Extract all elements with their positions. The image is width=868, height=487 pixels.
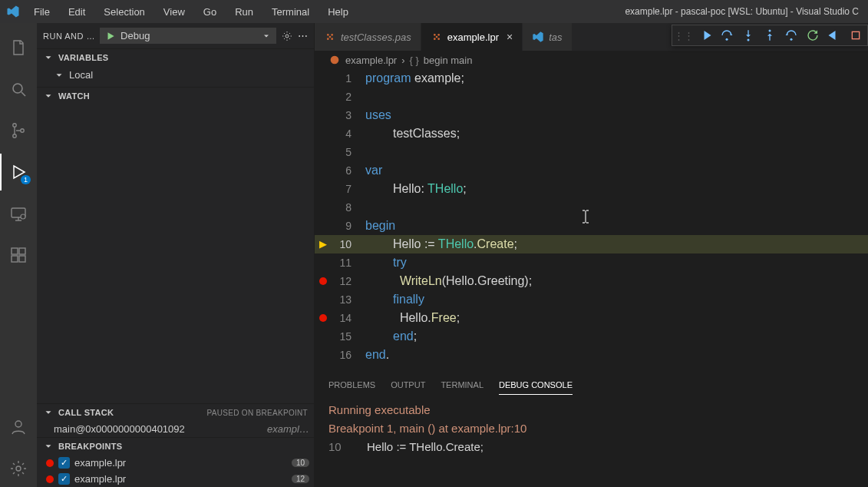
- editor-tab[interactable]: example.lpr×: [421, 23, 523, 51]
- stop-icon[interactable]: [849, 28, 863, 42]
- editor-tab[interactable]: testClasses.pas: [315, 23, 421, 51]
- source-control-icon[interactable]: [0, 112, 37, 149]
- panel-tab[interactable]: TERMINAL: [441, 380, 484, 395]
- debug-console-body[interactable]: Running executableBreakpoint 1, main () …: [315, 395, 868, 487]
- svg-point-26: [790, 38, 793, 41]
- code-line[interactable]: 15end;: [315, 327, 868, 346]
- vscode-logo-icon: [0, 5, 26, 18]
- start-debug-icon[interactable]: [105, 31, 116, 41]
- code-line[interactable]: ▶10Hello := THello.Create;: [315, 235, 868, 253]
- svg-point-2: [13, 134, 16, 137]
- svg-rect-27: [852, 31, 859, 38]
- more-actions-icon[interactable]: ⋯: [298, 30, 308, 41]
- drag-handle-icon[interactable]: ⋮⋮: [677, 28, 691, 42]
- console-line: Running executable: [328, 401, 854, 419]
- panel-tab[interactable]: PROBLEMS: [328, 380, 375, 395]
- debug-badge: 1: [21, 175, 31, 184]
- variables-label: VARIABLES: [58, 53, 108, 62]
- svg-point-0: [13, 84, 22, 93]
- svg-point-17: [329, 36, 332, 38]
- chevron-down-icon[interactable]: [262, 31, 271, 41]
- menu-edit[interactable]: Edit: [61, 3, 93, 21]
- breadcrumb[interactable]: example.lpr › { } begin main: [315, 51, 868, 69]
- editor-tab[interactable]: tas: [523, 23, 572, 51]
- menu-help[interactable]: Help: [320, 3, 356, 21]
- watch-label: WATCH: [58, 91, 90, 101]
- breakpoint-dot-icon: [319, 314, 327, 322]
- callstack-status: PAUSED ON BREAKPOINT: [207, 409, 308, 417]
- open-launch-json-icon[interactable]: [281, 30, 293, 42]
- code-line[interactable]: 1program example;: [315, 69, 868, 88]
- menu-go[interactable]: Go: [196, 3, 224, 21]
- editor-area: testClasses.pasexample.lpr×tas ⋮⋮ exampl…: [315, 23, 868, 487]
- code-line[interactable]: 4testClasses;: [315, 124, 868, 143]
- breadcrumb-symbol[interactable]: begin main: [424, 55, 473, 66]
- svg-point-13: [327, 34, 329, 36]
- panel-tabs: PROBLEMSOUTPUTTERMINALDEBUG CONSOLE: [315, 374, 868, 395]
- activity-bar: 1: [0, 23, 37, 487]
- run-debug-icon[interactable]: 1: [0, 154, 37, 190]
- variables-header[interactable]: VARIABLES: [37, 49, 314, 66]
- code-line[interactable]: 14 Hello.Free;: [315, 309, 868, 327]
- restart-icon[interactable]: [806, 28, 820, 42]
- settings-gear-icon[interactable]: [0, 450, 37, 487]
- code-line[interactable]: 3uses: [315, 106, 868, 124]
- menu-view[interactable]: View: [156, 3, 193, 21]
- callstack-frame[interactable]: main@0x0000000000401092 exampl…: [37, 421, 314, 437]
- search-icon[interactable]: [0, 71, 37, 108]
- close-tab-icon[interactable]: ×: [507, 31, 513, 43]
- step-over-icon[interactable]: [720, 28, 734, 42]
- svg-point-19: [437, 34, 440, 36]
- code-line[interactable]: 13finally: [315, 290, 868, 309]
- run-debug-sidebar: RUN AND … Debug ⋯ VARIABLES Local: [37, 23, 315, 487]
- svg-point-22: [435, 36, 437, 38]
- svg-point-25: [769, 30, 771, 32]
- variables-section: VARIABLES Local: [37, 48, 314, 87]
- panel-tab[interactable]: OUTPUT: [391, 380, 425, 395]
- watch-section: WATCH: [37, 87, 314, 403]
- step-out-icon[interactable]: [763, 28, 777, 42]
- extensions-icon[interactable]: [0, 237, 37, 273]
- svg-rect-7: [12, 256, 18, 262]
- breakpoint-item[interactable]: ✓example.lpr10: [37, 455, 314, 471]
- breadcrumb-file[interactable]: example.lpr: [345, 55, 397, 66]
- code-line[interactable]: 2: [315, 88, 868, 106]
- svg-point-14: [331, 34, 333, 36]
- breakpoint-item[interactable]: ✓example.lpr12: [37, 471, 314, 487]
- code-line[interactable]: 11try: [315, 253, 868, 272]
- code-line[interactable]: 12 WriteLn(Hello.Greeting);: [315, 272, 868, 290]
- reverse-icon[interactable]: [827, 28, 841, 42]
- breakpoint-checkbox[interactable]: ✓: [58, 473, 70, 485]
- sidebar-title: RUN AND …: [43, 31, 95, 41]
- menu-run[interactable]: Run: [227, 3, 261, 21]
- watch-header[interactable]: WATCH: [37, 88, 314, 104]
- variables-scope-local[interactable]: Local: [54, 68, 314, 82]
- window-title: example.lpr - pascal-poc [WSL: Ubuntu] -…: [356, 6, 868, 17]
- code-line[interactable]: 7Hello: THello;: [315, 180, 868, 198]
- menu-file[interactable]: File: [26, 3, 58, 21]
- accounts-icon[interactable]: [0, 409, 37, 446]
- panel-tab[interactable]: DEBUG CONSOLE: [499, 380, 573, 395]
- breakpoint-checkbox[interactable]: ✓: [58, 457, 70, 469]
- svg-point-12: [285, 35, 289, 38]
- code-line[interactable]: 6var: [315, 161, 868, 180]
- explorer-icon[interactable]: [0, 29, 37, 66]
- code-editor[interactable]: 1program example;23uses4testClasses;56va…: [315, 69, 868, 373]
- step-into-icon[interactable]: [741, 28, 755, 42]
- breakpoints-header[interactable]: BREAKPOINTS: [37, 438, 314, 455]
- menu-terminal[interactable]: Terminal: [264, 3, 317, 21]
- svg-point-5: [21, 214, 25, 219]
- launch-config-select[interactable]: Debug: [100, 28, 276, 44]
- menu-selection[interactable]: Selection: [96, 3, 152, 21]
- breakpoint-dot-icon: [46, 475, 54, 483]
- code-line[interactable]: 16end.: [315, 346, 868, 364]
- debug-toolbar[interactable]: ⋮⋮: [672, 25, 868, 46]
- step-back-icon[interactable]: [784, 28, 798, 42]
- continue-icon[interactable]: [698, 28, 712, 42]
- remote-explorer-icon[interactable]: [0, 195, 37, 232]
- callstack-header[interactable]: CALL STACK PAUSED ON BREAKPOINT: [37, 404, 314, 421]
- svg-point-18: [434, 34, 436, 36]
- code-line[interactable]: 5: [315, 143, 868, 161]
- code-line[interactable]: 8: [315, 198, 868, 217]
- code-line[interactable]: 9begin: [315, 217, 868, 235]
